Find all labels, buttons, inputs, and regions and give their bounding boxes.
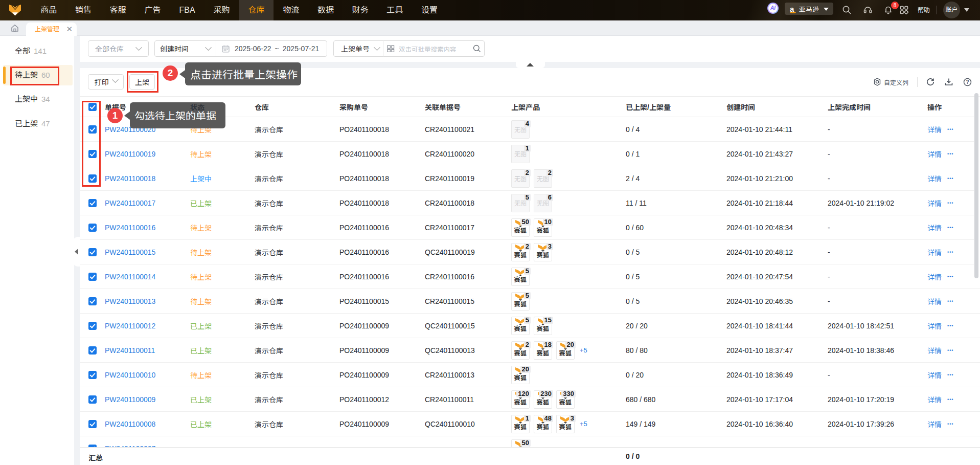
- svg-text:?: ?: [966, 79, 969, 85]
